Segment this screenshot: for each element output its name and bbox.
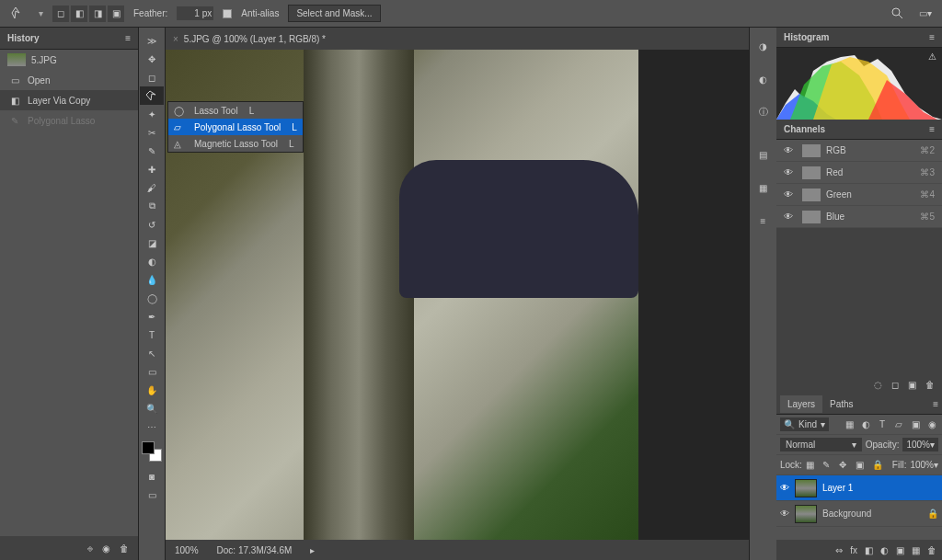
brush-tool-icon[interactable]: 🖌 — [140, 178, 164, 197]
eraser-tool-icon[interactable]: ◪ — [140, 234, 164, 252]
move-tool-icon[interactable]: ✥ — [140, 50, 164, 68]
actions-panel-icon[interactable]: ▦ — [754, 178, 773, 197]
lock-all-icon[interactable]: 🔒 — [872, 460, 883, 470]
load-selection-icon[interactable]: ◌ — [874, 380, 882, 390]
lasso-tool-icon[interactable] — [140, 86, 164, 105]
link-layers-icon[interactable]: ⇔ — [835, 545, 843, 555]
history-step-polygonal-lasso[interactable]: ✎ Polygonal Lasso — [0, 110, 138, 131]
hand-tool-icon[interactable]: ✋ — [140, 381, 164, 399]
history-step-layer-via-copy[interactable]: ◧ Layer Via Copy — [0, 90, 138, 110]
quick-mask-icon[interactable]: ◙ — [140, 467, 164, 486]
search-icon[interactable] — [889, 5, 907, 23]
select-and-mask-button[interactable]: Select and Mask... — [288, 5, 380, 22]
blur-tool-icon[interactable]: 💧 — [140, 270, 164, 289]
adjustment-layer-icon[interactable]: ◐ — [880, 545, 889, 555]
layers-tab[interactable]: Layers — [780, 395, 822, 413]
properties-panel-icon[interactable]: ≡ — [754, 211, 773, 230]
filter-toggle-icon[interactable]: ◉ — [925, 419, 938, 429]
color-swatch[interactable] — [142, 441, 162, 462]
visibility-icon[interactable]: 👁 — [784, 211, 797, 222]
group-icon[interactable]: ▣ — [896, 545, 904, 555]
zoom-tool-icon[interactable]: 🔍 — [140, 399, 164, 417]
clone-stamp-tool-icon[interactable]: ⧉ — [140, 197, 164, 215]
adjustments-panel-icon[interactable]: ◐ — [754, 70, 773, 88]
visibility-icon[interactable]: 👁 — [780, 509, 789, 519]
visibility-icon[interactable]: 👁 — [780, 483, 789, 493]
dodge-tool-icon[interactable]: ◯ — [140, 289, 164, 307]
paths-tab[interactable]: Paths — [822, 395, 861, 413]
new-channel-icon[interactable]: ▣ — [908, 380, 916, 390]
panel-menu-icon[interactable]: ≡ — [125, 33, 131, 43]
channel-blue[interactable]: 👁Blue⌘5 — [776, 206, 942, 228]
lock-artboard-icon[interactable]: ▣ — [856, 460, 867, 470]
healing-brush-tool-icon[interactable]: ✚ — [140, 160, 164, 178]
camera-icon[interactable]: ◉ — [102, 543, 110, 554]
libraries-panel-icon[interactable]: ▤ — [754, 145, 773, 164]
crop-tool-icon[interactable]: ✂ — [140, 123, 164, 142]
layer-thumbnail[interactable] — [795, 479, 817, 497]
gradient-tool-icon[interactable]: ◐ — [140, 252, 164, 270]
lock-position-icon[interactable]: ✥ — [839, 460, 850, 470]
marquee-tool-icon[interactable]: ◻ — [140, 68, 164, 86]
filter-shape-icon[interactable]: ▱ — [892, 419, 905, 429]
filter-smart-icon[interactable]: ▣ — [909, 419, 922, 429]
document-tab[interactable]: × 5.JPG @ 100% (Layer 1, RGB/8) * — [166, 28, 749, 50]
screen-mode-icon[interactable]: ▭ — [140, 486, 164, 504]
history-doc-row[interactable]: 5.JPG — [0, 50, 138, 70]
layer-row[interactable]: 👁 Background 🔒 — [776, 501, 942, 527]
type-tool-icon[interactable]: T — [140, 326, 164, 344]
new-layer-icon[interactable]: ▦ — [912, 545, 920, 555]
magic-wand-tool-icon[interactable]: ✦ — [140, 105, 164, 123]
workspace-icon[interactable]: ▭▾ — [916, 5, 935, 23]
path-selection-tool-icon[interactable]: ↖ — [140, 344, 164, 362]
selection-new-icon[interactable]: ◻ — [52, 6, 69, 22]
rectangle-tool-icon[interactable]: ▭ — [140, 362, 164, 381]
histogram-warning-icon[interactable]: ⚠ — [928, 51, 936, 62]
visibility-icon[interactable]: 👁 — [784, 145, 797, 155]
flyout-lasso-tool[interactable]: ◯ Lasso Tool L — [168, 102, 303, 119]
selection-subtract-icon[interactable]: ◨ — [89, 6, 106, 22]
pen-tool-icon[interactable]: ✒ — [140, 307, 164, 326]
channel-rgb[interactable]: 👁RGB⌘2 — [776, 140, 942, 162]
panel-menu-icon[interactable]: ≡ — [929, 124, 935, 134]
zoom-level[interactable]: 100% — [175, 545, 199, 555]
save-selection-icon[interactable]: ◻ — [891, 380, 899, 390]
create-document-icon[interactable]: ⎆ — [87, 543, 93, 554]
opacity-input[interactable]: 100%▾ — [902, 438, 938, 451]
channel-green[interactable]: 👁Green⌘4 — [776, 184, 942, 206]
lock-image-icon[interactable]: ✎ — [822, 460, 833, 470]
trash-icon[interactable]: 🗑 — [925, 380, 935, 390]
selection-intersect-icon[interactable]: ▣ — [108, 6, 124, 22]
history-brush-tool-icon[interactable]: ↺ — [140, 215, 164, 234]
antialias-checkbox[interactable]: ✓ — [223, 9, 232, 18]
selection-add-icon[interactable]: ◧ — [71, 6, 87, 22]
status-chevron-icon[interactable]: ▸ — [310, 545, 315, 555]
blend-mode-dropdown[interactable]: Normal▾ — [780, 438, 862, 451]
filter-adjustment-icon[interactable]: ◐ — [859, 419, 872, 429]
filter-type-icon[interactable]: T — [876, 419, 889, 429]
foreground-color-swatch[interactable] — [142, 441, 155, 454]
feather-input[interactable] — [177, 6, 213, 20]
eyedropper-tool-icon[interactable]: ✎ — [140, 142, 164, 160]
doc-info[interactable]: Doc: 17.3M/34.6M — [217, 545, 293, 555]
layer-row[interactable]: 👁 Layer 1 — [776, 475, 942, 501]
trash-icon[interactable]: 🗑 — [120, 543, 129, 554]
histogram-display[interactable]: ⚠ — [776, 48, 942, 120]
tab-grip-icon[interactable]: ≫ — [140, 31, 164, 50]
fill-input[interactable]: 100%▾ — [910, 460, 938, 470]
panel-menu-icon[interactable]: ≡ — [933, 399, 938, 409]
chevron-down-icon[interactable]: ▾ — [39, 8, 43, 18]
tab-close-icon[interactable]: × — [173, 34, 178, 44]
layer-style-icon[interactable]: fx — [850, 545, 857, 555]
color-panel-icon[interactable]: ◑ — [754, 37, 773, 55]
channel-red[interactable]: 👁Red⌘3 — [776, 162, 942, 184]
layer-mask-icon[interactable]: ◧ — [865, 545, 873, 555]
flyout-polygonal-lasso-tool[interactable]: ▱ Polygonal Lasso Tool L — [168, 119, 303, 135]
lock-transparent-icon[interactable]: ▦ — [806, 460, 817, 470]
visibility-icon[interactable]: 👁 — [784, 189, 797, 200]
filter-kind-dropdown[interactable]: 🔍Kind▾ — [780, 417, 829, 431]
edit-toolbar-icon[interactable]: ⋯ — [140, 417, 164, 436]
filter-pixel-icon[interactable]: ▦ — [843, 419, 856, 429]
panel-menu-icon[interactable]: ≡ — [929, 32, 935, 42]
history-step-open[interactable]: ▭ Open — [0, 70, 138, 90]
